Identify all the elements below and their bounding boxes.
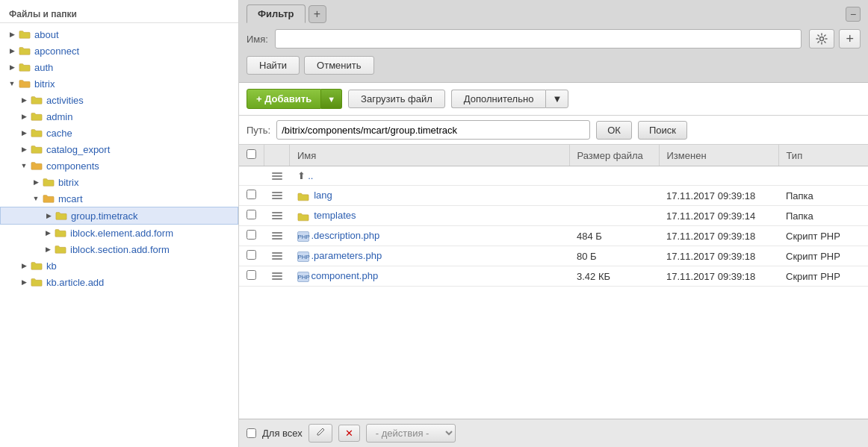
tree-label-bitrix2: bitrix [58, 177, 78, 188]
file-type-3: Скрипт PHP [778, 226, 868, 246]
sidebar-item-bitrix[interactable]: ▼ bitrix [0, 75, 238, 92]
select-all-checkbox[interactable] [247, 149, 256, 159]
folder-icon-auth [18, 61, 31, 73]
add-main-button[interactable]: + Добавить [247, 89, 321, 109]
row-menu-2[interactable] [272, 212, 282, 219]
parent-dir-link[interactable]: .. [308, 170, 313, 181]
file-size-2 [569, 206, 659, 226]
add-button-group: + Добавить ▼ [247, 89, 342, 109]
tree-label-catalog_export: catalog_export [46, 144, 110, 155]
filter-cancel-button[interactable]: Отменить [304, 56, 373, 75]
sidebar-item-about[interactable]: ▶ about [0, 26, 238, 43]
row-menu-5[interactable] [272, 272, 282, 280]
tree-label-about: about [34, 29, 59, 40]
file-date-3: 17.11.2017 09:39:18 [659, 226, 778, 246]
sidebar-item-auth[interactable]: ▶ auth [0, 59, 238, 75]
file-date-0 [659, 166, 778, 186]
tree-toggle-iblock_element_add: ▶ [42, 227, 54, 239]
main-content: Фильтр + − Имя: + Найти Отменить [239, 0, 868, 447]
sidebar-item-kb[interactable]: ▶ kb [0, 257, 238, 274]
file-name-link-2[interactable]: templates [314, 210, 356, 221]
sidebar-item-catalog_export[interactable]: ▶ catalog_export [0, 141, 238, 157]
tree-label-auth: auth [34, 62, 53, 73]
tree-label-activities: activities [46, 95, 84, 106]
row-checkbox-2[interactable] [247, 210, 256, 219]
file-name-link-5[interactable]: component.php [311, 270, 379, 281]
php-file-icon: PHP [297, 272, 309, 282]
path-ok-button[interactable]: ОК [596, 121, 632, 140]
sidebar-item-group_timetrack[interactable]: ▶ group.timetrack [0, 207, 238, 225]
row-checkbox-3[interactable] [247, 230, 256, 240]
file-name-link-3[interactable]: .description.php [311, 230, 380, 241]
folder-icon-group_timetrack [55, 210, 68, 222]
tree-toggle-admin: ▶ [18, 110, 30, 122]
filter-row: Имя: [247, 29, 802, 49]
sidebar-item-bitrix2[interactable]: ▶ bitrix [0, 174, 238, 190]
filter-tab-add[interactable]: + [309, 5, 326, 23]
folder-icon-cache [30, 127, 43, 139]
row-menu-4[interactable] [272, 252, 282, 260]
file-name-link-4[interactable]: .parameters.php [311, 250, 382, 261]
bottom-actions-select[interactable]: - действия - [366, 424, 456, 443]
table-row: lang17.11.2017 09:39:18Папка [239, 186, 868, 206]
tree-label-components: components [46, 160, 99, 172]
row-menu-0[interactable] [272, 172, 282, 180]
folder-icon-admin [30, 110, 43, 122]
tree-toggle-activities: ▶ [18, 94, 30, 106]
file-type-4: Скрипт PHP [778, 246, 868, 266]
sidebar-item-components[interactable]: ▼ components [0, 157, 238, 174]
path-search-button[interactable]: Поиск [638, 121, 687, 140]
file-size-3: 484 Б [569, 226, 659, 246]
sidebar-item-apconnect[interactable]: ▶ apconnect [0, 43, 238, 59]
filter-panel: Фильтр + − Имя: + Найти Отменить [239, 0, 868, 83]
filter-settings-button[interactable] [809, 29, 834, 49]
row-checkbox-1[interactable] [247, 190, 256, 199]
row-menu-3[interactable] [272, 232, 282, 240]
bottom-for-all-label: Для всех [262, 428, 303, 439]
filter-tab-main[interactable]: Фильтр [247, 4, 306, 23]
filter-minimize-button[interactable]: − [846, 7, 861, 22]
sidebar-item-iblock_element_add[interactable]: ▶ iblock.element.add.form [0, 225, 238, 241]
tree-toggle-components: ▼ [18, 160, 30, 172]
more-main-button[interactable]: Дополнительно [451, 90, 546, 108]
bottom-select-all-checkbox[interactable] [247, 428, 256, 438]
tree-toggle-iblock_section_add: ▶ [42, 243, 54, 255]
php-file-icon: PHP [297, 251, 309, 262]
parent-dir-icon: ⬆ [297, 170, 306, 181]
folder-icon-iblock_element_add [54, 227, 67, 239]
file-type-1: Папка [778, 186, 868, 206]
more-dropdown-button[interactable]: ▼ [545, 90, 568, 108]
sidebar-item-admin[interactable]: ▶ admin [0, 108, 238, 125]
sidebar-item-mcart[interactable]: ▼ mcart [0, 190, 238, 207]
filter-name-input[interactable] [275, 29, 802, 49]
row-menu-1[interactable] [272, 192, 282, 199]
row-checkbox-5[interactable] [247, 270, 256, 280]
file-name-link-1[interactable]: lang [314, 190, 332, 201]
php-file-icon: PHP [297, 231, 309, 242]
sidebar-item-cache[interactable]: ▶ cache [0, 125, 238, 141]
folder-icon-mcart [42, 193, 55, 204]
bottom-bar: Для всех ✕ - действия - [239, 419, 868, 447]
filter-icon-buttons: + [809, 29, 861, 49]
filter-add-button[interactable]: + [839, 29, 861, 49]
add-dropdown-button[interactable]: ▼ [321, 89, 342, 109]
sidebar-item-kb_article_add[interactable]: ▶ kb.article.add [0, 274, 238, 290]
bottom-delete-button[interactable]: ✕ [338, 425, 360, 442]
bottom-edit-button[interactable] [309, 424, 332, 443]
folder-file-icon [297, 190, 314, 201]
path-input[interactable] [276, 120, 590, 140]
file-date-4: 17.11.2017 09:39:18 [659, 246, 778, 266]
tree-toggle-bitrix2: ▶ [30, 176, 42, 188]
folder-icon-about [18, 28, 31, 40]
folder-icon-bitrix2 [42, 176, 55, 188]
filter-actions: Найти Отменить [239, 56, 868, 82]
upload-file-button[interactable]: Загрузить файл [348, 90, 445, 108]
sidebar-item-iblock_section_add[interactable]: ▶ iblock.section.add.form [0, 241, 238, 257]
filter-tabs: Фильтр + − [239, 0, 868, 23]
row-checkbox-4[interactable] [247, 250, 256, 260]
filter-find-button[interactable]: Найти [247, 56, 300, 75]
col-date-header: Изменен [659, 145, 778, 166]
tree-label-cache: cache [46, 128, 72, 139]
tree-toggle-bitrix: ▼ [6, 78, 18, 90]
sidebar-item-activities[interactable]: ▶ activities [0, 92, 238, 108]
